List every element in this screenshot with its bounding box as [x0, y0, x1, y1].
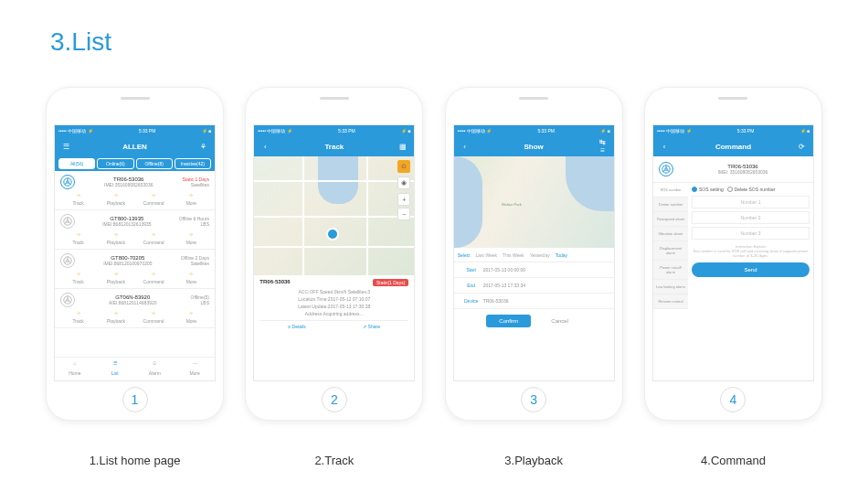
person-icon[interactable]: ☰: [60, 141, 71, 152]
phone-4-wrap: ••••• 中国移动 ⚡5:33 PM⚡ ■ ‹ Command ⟳ TR06-…: [644, 87, 822, 467]
radio-row: SOS setting Delete SOS number: [692, 187, 810, 192]
screen-1: ••••• 中国移动 ⚡5:33 PM⚡ ■ ☰ ALLEN ⚘ All(56)…: [54, 124, 216, 381]
home-button[interactable]: 2: [322, 387, 347, 412]
seg-lastweek[interactable]: Last Week: [476, 252, 498, 258]
side-item[interactable]: SOS number: [653, 183, 688, 198]
action-track[interactable]: ⊹Track: [60, 310, 96, 324]
map[interactable]: Bishan Park: [454, 156, 614, 248]
input-number-3[interactable]: Number 3: [692, 227, 810, 240]
side-item[interactable]: Low battery alarm: [653, 280, 688, 294]
action-track[interactable]: ⊹Track: [60, 231, 96, 245]
caption-3: 3.Playback: [445, 454, 623, 467]
info-acc: ACC:OFF Speed:0km/h Satellites:3: [259, 289, 408, 294]
action-command[interactable]: ⊹Command: [136, 271, 172, 284]
bnav-more[interactable]: ⋯More: [175, 358, 215, 380]
phone-1-wrap: ••••• 中国移动 ⚡5:33 PM⚡ ■ ☰ ALLEN ⚘ All(56)…: [46, 87, 224, 467]
phone-3: ••••• 中国移动 ⚡5:33 PM⚡ ■ ‹ Show ↹ ≡ Bishan…: [445, 87, 623, 421]
side-item[interactable]: Displacement alarm: [653, 241, 688, 261]
nav-title: Show: [524, 143, 543, 151]
device-card[interactable]: GT800-70205IMEI:868120100970205Offline 2…: [55, 250, 215, 289]
action-icon[interactable]: ↹ ≡: [598, 141, 609, 152]
side-item[interactable]: Center number: [653, 198, 688, 212]
group-icon[interactable]: ⚘: [198, 141, 209, 152]
action-command[interactable]: ⊹Command: [136, 231, 172, 245]
send-button[interactable]: Send: [692, 262, 810, 277]
action-playback[interactable]: ⊹Playback: [98, 192, 133, 206]
tab-inactive[interactable]: Inactive(42): [175, 158, 211, 169]
action-more[interactable]: ⊹More: [174, 231, 209, 245]
action-more[interactable]: ⊹More: [174, 310, 209, 324]
bnav-home[interactable]: ⌂Home: [55, 358, 95, 380]
filter-tabs: All(56) Online(6) Offline(8) Inactive(42…: [55, 156, 215, 171]
device-card[interactable]: GT06N-83920AIEI:868120114683920Offline(5…: [55, 289, 215, 328]
steering-wheel-icon: [60, 293, 75, 307]
seg-select[interactable]: Select: [458, 252, 471, 258]
command-header: TR06-53036IMEI: 351608082653036: [653, 156, 813, 183]
action-more[interactable]: ⊹More: [174, 271, 209, 284]
side-item[interactable]: Overspeed alarm: [653, 212, 688, 227]
phone-1: ••••• 中国移动 ⚡5:33 PM⚡ ■ ☰ ALLEN ⚘ All(56)…: [46, 87, 224, 421]
bnav-list[interactable]: ☰List: [95, 358, 135, 380]
action-playback[interactable]: ⊹Playback: [98, 271, 133, 284]
map-marker[interactable]: [326, 228, 339, 241]
confirm-button[interactable]: Confirm: [486, 315, 531, 327]
layer-icon[interactable]: ▦: [397, 141, 408, 152]
back-icon[interactable]: ‹: [659, 141, 670, 152]
map-zoom-in[interactable]: +: [397, 193, 410, 206]
home-button[interactable]: 1: [122, 387, 148, 412]
back-icon[interactable]: ‹: [259, 141, 270, 152]
side-item[interactable]: Power cut-off alarm: [653, 261, 688, 280]
svg-line-9: [69, 222, 70, 224]
svg-line-8: [65, 222, 67, 224]
side-item[interactable]: Remote control: [653, 294, 688, 309]
action-command[interactable]: ⊹Command: [136, 310, 172, 324]
svg-line-3: [65, 183, 67, 185]
caption-4: 4.Command: [644, 454, 822, 467]
radio-delete-sos[interactable]: Delete SOS number: [727, 187, 776, 192]
map[interactable]: ⊙ ◉ + −: [254, 156, 414, 275]
radio-sos-setting[interactable]: SOS setting: [692, 187, 724, 192]
action-track[interactable]: ⊹Track: [60, 271, 96, 284]
tab-online[interactable]: Online(6): [97, 158, 133, 169]
seg-thisweek[interactable]: This Week: [503, 252, 524, 258]
bnav-alarm[interactable]: ☉Alarm: [135, 358, 175, 380]
map-view-icon[interactable]: ◉: [397, 176, 410, 189]
seg-today[interactable]: Today: [556, 252, 567, 258]
seg-yesterday[interactable]: Yesterday: [530, 252, 550, 258]
history-icon[interactable]: ⟳: [797, 141, 808, 152]
share-button[interactable]: ↗ Share: [334, 324, 409, 329]
map-locate-icon[interactable]: ⊙: [397, 160, 410, 173]
svg-line-24: [667, 170, 669, 172]
input-number-2[interactable]: Number 2: [692, 211, 810, 224]
row-start[interactable]: Start2017-05-13 00:00:00: [454, 262, 614, 278]
svg-line-13: [65, 262, 67, 263]
home-button[interactable]: 4: [720, 387, 746, 412]
side-item[interactable]: Vibration alarm: [653, 227, 688, 241]
input-number-1[interactable]: Number 1: [692, 196, 810, 209]
cancel-button[interactable]: Cancel: [538, 315, 581, 327]
nav-title: Command: [715, 143, 751, 151]
svg-line-23: [663, 170, 665, 172]
details-button[interactable]: ≡ Details: [259, 324, 334, 329]
device-card[interactable]: TR06-53036IMEI:351608082653036Static 1 D…: [55, 171, 215, 210]
caption-1: 1.List home page: [46, 454, 224, 467]
action-command[interactable]: ⊹Command: [136, 192, 172, 206]
status-bar: ••••• 中国移动 ⚡5:33 PM⚡ ■: [454, 125, 614, 136]
segment-row: Select Last Week This Week Yesterday Tod…: [454, 248, 614, 262]
screen-3: ••••• 中国移动 ⚡5:33 PM⚡ ■ ‹ Show ↹ ≡ Bishan…: [453, 124, 615, 381]
home-button[interactable]: 3: [521, 387, 546, 412]
status-bar: ••••• 中国移动 ⚡5:33 PM⚡ ■: [254, 125, 414, 136]
tab-all[interactable]: All(56): [58, 158, 95, 169]
action-playback[interactable]: ⊹Playback: [98, 231, 133, 245]
device-card[interactable]: GT800-13935IMEI:868120132613935Offline 6…: [55, 210, 215, 250]
action-more[interactable]: ⊹More: [174, 192, 209, 206]
phones-row: ••••• 中国移动 ⚡5:33 PM⚡ ■ ☰ ALLEN ⚘ All(56)…: [0, 87, 868, 467]
back-icon[interactable]: ‹: [460, 141, 471, 152]
row-device[interactable]: DeviceTR06-53036: [454, 294, 614, 309]
action-track[interactable]: ⊹Track: [60, 192, 96, 206]
row-end[interactable]: End2017-05-13 17:33:34: [454, 278, 614, 294]
tab-offline[interactable]: Offline(8): [136, 158, 173, 169]
action-playback[interactable]: ⊹Playback: [98, 310, 133, 324]
svg-line-19: [69, 301, 70, 303]
map-zoom-out[interactable]: −: [397, 208, 410, 220]
